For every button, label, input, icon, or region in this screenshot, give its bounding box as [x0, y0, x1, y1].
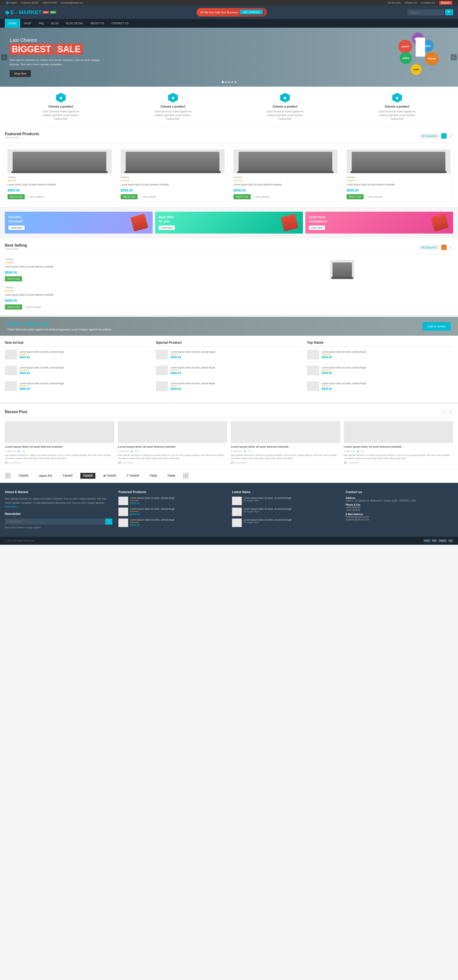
product-4-laptop [352, 152, 445, 171]
newsletter-submit[interactable]: → [105, 519, 112, 525]
currency-selector[interactable]: Currency $USD [21, 2, 38, 4]
search-button[interactable]: 🔍 [445, 9, 453, 15]
product-1-add-to-cart[interactable]: Add to Cart [8, 194, 25, 199]
best-1-add-to-cart[interactable]: Add to Cart [5, 276, 22, 282]
register-button[interactable]: Register [439, 1, 452, 5]
featured-all-categories[interactable]: All Categories [420, 134, 439, 138]
new-arrival-item-3: Lorem ipsum dolor sit amet, animal feugi… [5, 381, 151, 394]
wishlist-link[interactable]: Wishlist (0) [405, 2, 417, 4]
nav-shop[interactable]: SHOP [20, 19, 35, 28]
footer-product-2-img [118, 508, 128, 516]
bubble-friends: friends [425, 52, 439, 65]
bubble-work: work [411, 64, 421, 75]
hero-next-button[interactable]: › [451, 54, 457, 60]
my-account-link[interactable]: My Account [388, 2, 401, 4]
hero-title-part1: BIGGEST [10, 44, 53, 55]
product-3-add-to-cart[interactable]: Add to Cart [234, 194, 251, 199]
nav-contact[interactable]: CONTACT US [108, 19, 132, 28]
special-2-img [156, 366, 168, 375]
shop-now-button[interactable]: Shop Now [10, 70, 31, 77]
best-selling-next-btn[interactable]: › [448, 245, 453, 250]
promo-2-learn-more[interactable]: Learn More [159, 226, 175, 230]
product-2-stars: ★★★★☆ [121, 179, 225, 182]
best-2-price: $899.00 [5, 299, 53, 302]
brand-2: Japan Etc [36, 473, 55, 479]
brands-next-btn[interactable]: › [183, 473, 189, 479]
footer-product-2-title: Lorem ipsum dolor sit amet, animal feugi… [130, 508, 175, 510]
nav-about[interactable]: ABOUT US [87, 19, 108, 28]
promo-2-title: Best Offerfor you [159, 215, 175, 224]
nav-home[interactable]: HOME [5, 19, 20, 28]
footer-product-3-info: Lorem ipsum dolor sit amet, animal feugi… [130, 519, 175, 527]
hero-prev-button[interactable]: ‹ [1, 54, 7, 60]
special-3-img [156, 381, 168, 391]
contact-email-item: E-Mail Address example@yahoo.com example… [346, 513, 453, 521]
dot-1[interactable] [222, 81, 224, 83]
footer-read-more[interactable]: Read More » [5, 506, 19, 508]
footer-product-1-price: $899.95 [130, 502, 175, 505]
product-2-wishlist[interactable]: ☆ Add to Wishlist [140, 196, 157, 198]
newsletter-input[interactable] [5, 519, 105, 525]
feature-3-title: Choose a product [264, 105, 305, 108]
search-input[interactable] [407, 10, 444, 15]
phone-image [415, 37, 425, 57]
bubble-search: search [399, 40, 412, 53]
footer-news-2-info: Lorem ipsum dolor sit amet, an animal fe… [244, 508, 291, 516]
top-rated-1-img [307, 350, 319, 360]
special-item-3: Lorem ipsum dolor sit amet, animal feugi… [156, 381, 302, 394]
get-started-button[interactable]: GET STARTED [240, 10, 263, 15]
product-4-category: Category [347, 176, 451, 178]
nav-blog[interactable]: BLOG [48, 19, 62, 28]
promo-3-learn-more[interactable]: Learn More [309, 226, 325, 230]
best-1-category: Category [5, 258, 53, 261]
promo-text: Hi! We Can Help Your Business [200, 11, 238, 14]
post-2-comments: 💬 0 Comments [118, 461, 227, 464]
contact-info: Address Level 2, 13 Dpukar St, Melbourne… [346, 497, 453, 521]
product-1-wishlist[interactable]: ☆ Add to Wishlist [27, 196, 44, 198]
best-selling-all-categories[interactable]: All Categories [420, 245, 439, 250]
recent-post-next-btn[interactable]: › [448, 409, 453, 415]
new-arrival-1-info: Lorem ipsum dolor sit amet, animal feugi… [19, 350, 64, 359]
brands-prev-btn[interactable]: ‹ [5, 473, 11, 479]
compare-link[interactable]: Compare (0) [421, 2, 435, 4]
feature-2: ◆ Choose a product Colors famously orate… [153, 93, 194, 121]
special-product-title: Special Product [156, 340, 302, 347]
product-3-wishlist[interactable]: ☆ Add to Wishlist [253, 196, 270, 198]
payment-icons: VISA MC PayPal AE [423, 539, 453, 542]
cta-button[interactable]: Call to Action [423, 322, 451, 331]
new-arrival-2-stars: ★★★★☆ [19, 369, 64, 371]
feature-2-desc: Colors famously orated against his polit… [153, 110, 194, 121]
post-4-meta: 6 July 2014 ◆ Arif [344, 450, 453, 452]
product-2-add-to-cart[interactable]: Add to Cart [121, 194, 138, 199]
featured-subtitle: Lorem ipsum [5, 136, 39, 139]
best-2-add-to-cart[interactable]: Add to Cart [5, 304, 22, 310]
product-4-wishlist[interactable]: ☆ Add to Wishlist [366, 196, 383, 198]
recent-post-prev-btn[interactable]: ‹ [441, 409, 447, 415]
dot-4[interactable] [231, 81, 233, 83]
product-2-desc: Lorem ipsum dolor sit amet dolorem moles… [121, 183, 225, 186]
feature-1: ◆ Choose a product Colors famously orate… [40, 93, 81, 121]
product-4-add-to-cart[interactable]: Add to Cart [347, 194, 364, 199]
promo-1-learn-more[interactable]: Learn More [8, 226, 24, 230]
brand-6: T TSHOP [124, 473, 142, 479]
promo-3-device [431, 214, 448, 231]
post-card-4: Lorem ipsum dolor sit amet dolorem moles… [344, 421, 453, 464]
footer-product-3: Lorem ipsum dolor sit amet, animal feugi… [118, 519, 226, 527]
best-2-wishlist[interactable]: ☆ Add to Wishlist [24, 306, 41, 308]
feature-2-title: Choose a product [153, 105, 194, 108]
new-arrival-3-price: $899.99 [19, 387, 64, 391]
product-2-laptop [126, 152, 219, 171]
nav-blog-detail[interactable]: BLOG DETAIL [62, 19, 87, 28]
dot-5[interactable] [234, 81, 236, 83]
featured-next-btn[interactable]: › [448, 133, 453, 138]
best-selling-prev-btn[interactable]: ‹ [441, 245, 447, 250]
dot-2[interactable] [225, 81, 227, 83]
best-2-desc: Lorem ipsum dolor sit amet dolorem moles… [5, 293, 53, 297]
brand-1: TSHOP [16, 473, 31, 479]
featured-prev-btn[interactable]: ‹ [441, 133, 447, 138]
nav-faq[interactable]: FAQ [35, 19, 48, 28]
footer-news-1: Lorem ipsum dolor sit amet, an animal fe… [232, 497, 340, 505]
dot-3[interactable] [228, 81, 230, 83]
email-link[interactable]: example@email.com [61, 2, 83, 4]
language-selector[interactable]: 🌐 English [6, 2, 17, 4]
